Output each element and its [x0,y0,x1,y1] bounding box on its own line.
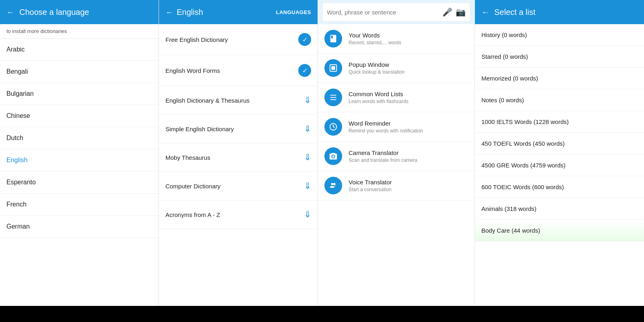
word-list-item[interactable]: Body Care (44 words) [475,220,644,242]
panel2-back-button[interactable]: ← [165,8,173,17]
popup-icon [324,59,342,77]
feature-list: Your WordsRecent, starred,... wordsPopup… [318,24,475,306]
dictionary-item[interactable]: Simple English Dictionary⇓ [159,115,318,143]
microphone-icon[interactable]: 🎤 [442,7,452,17]
camera-icon[interactable]: 📷 [456,7,466,17]
svg-point-7 [331,183,334,186]
dictionary-name: English Dictionary & Thesaurus [165,97,250,104]
language-item[interactable]: Esperanto [0,171,159,194]
dictionary-name: Moby Thesaurus [165,154,210,161]
language-item[interactable]: Dutch [0,127,159,149]
word-list-item[interactable]: 1000 IELTS Words (1228 words) [475,111,644,133]
dictionary-name: Computer Dictionary [165,183,221,190]
word-list-item[interactable]: 450 TOEFL Words (450 words) [475,133,644,155]
dictionary-name: Free English Dictionary [165,36,228,43]
installed-icon: ✓ [298,64,311,77]
language-item[interactable]: Arabic [0,39,159,61]
feature-title: Camera Translator [349,149,417,156]
feature-subtitle: Quick lookup & translation [349,69,405,75]
feature-item[interactable]: Common Word ListsLearn words with flashc… [318,83,475,112]
svg-point-8 [333,183,336,186]
panel4-back-button[interactable]: ← [481,8,489,17]
dictionary-name: English Word Forms [165,67,220,74]
language-item[interactable]: German [0,216,159,238]
feature-item[interactable]: Popup WindowQuick lookup & translation [318,54,475,83]
feature-title: Your Words [349,32,401,39]
dictionary-item[interactable]: English Word Forms✓ [159,55,318,86]
panel4-header: ← Select a list [475,0,644,24]
panel2-header: ← English LANGUAGES [159,0,318,24]
feature-item[interactable]: Voice TranslatorStart a conversation [318,171,475,200]
panel2-title: English [177,8,272,17]
dictionary-item[interactable]: Moby Thesaurus⇓ [159,143,318,172]
dictionary-name: Acronyms from A - Z [165,211,220,218]
word-list-item[interactable]: 4500 GRE Words (4759 words) [475,155,644,176]
panel3-header: 🎤 📷 [318,0,475,24]
feature-title: Common Word Lists [349,91,409,97]
feature-item[interactable]: Your WordsRecent, starred,... words [318,24,475,54]
word-list-item[interactable]: Starred (0 words) [475,46,644,68]
select-list-panel: ← Select a list History (0 words)Starred… [475,0,644,306]
svg-rect-1 [331,66,335,70]
feature-title: Voice Translator [349,179,392,186]
download-icon[interactable]: ⇓ [304,124,311,134]
language-list: ArabicBengaliBulgarianChineseDutchEnglis… [0,39,159,306]
word-list-item[interactable]: Animals (318 words) [475,198,644,220]
panel1-title: Choose a language [19,8,89,17]
dictionary-name: Simple English Dictionary [165,126,234,132]
dictionary-item[interactable]: Free English Dictionary✓ [159,24,318,55]
camera-icon [324,147,342,165]
feature-title: Popup Window [349,61,405,68]
language-item[interactable]: French [0,194,159,216]
voice-icon [324,177,342,194]
word-list-item[interactable]: Memorized (0 words) [475,68,644,89]
feature-item[interactable]: Camera TranslatorScan and translate from… [318,142,475,171]
search-input[interactable] [327,9,439,16]
search-features-panel: 🎤 📷 Your WordsRecent, starred,... wordsP… [318,0,475,306]
word-list: History (0 words)Starred (0 words)Memori… [475,24,644,306]
language-item[interactable]: English [0,149,159,171]
panel1-header: ← Choose a language [0,0,159,24]
svg-point-6 [332,155,334,158]
word-list-item[interactable]: 600 TOEIC Words (600 words) [475,176,644,198]
languages-button[interactable]: LANGUAGES [276,9,311,15]
feature-subtitle: Scan and translate from camera [349,157,417,163]
feature-subtitle: Start a conversation [349,187,392,192]
dictionary-item[interactable]: Acronyms from A - Z⇓ [159,200,318,229]
list-icon [324,89,342,106]
word-list-item[interactable]: Notes (0 words) [475,89,644,111]
feature-subtitle: Recent, starred,... words [349,40,401,45]
panel1-back-button[interactable]: ← [6,8,14,17]
bottom-bar [0,306,644,322]
download-icon[interactable]: ⇓ [304,209,311,220]
dictionary-item[interactable]: Computer Dictionary⇓ [159,172,318,200]
choose-language-panel: ← Choose a language to install more dict… [0,0,159,306]
word-list-item[interactable]: History (0 words) [475,24,644,46]
download-icon[interactable]: ⇓ [304,181,311,191]
feature-subtitle: Learn words with flashcards [349,99,409,104]
language-item[interactable]: Bulgarian [0,83,159,105]
feature-title: Word Reminder [349,120,423,127]
english-dictionaries-panel: ← English LANGUAGES Free English Diction… [159,0,318,306]
panel1-subtext: to install more dictionaries [0,24,159,39]
feature-subtitle: Remind you words with notification [349,128,423,134]
search-bar[interactable]: 🎤 📷 [323,3,470,21]
dictionary-list: Free English Dictionary✓English Word For… [159,24,318,306]
feature-item[interactable]: Word ReminderRemind you words with notif… [318,112,475,142]
language-item[interactable]: Chinese [0,105,159,127]
panel4-title: Select a list [494,8,535,17]
download-icon[interactable]: ⇓ [304,95,311,105]
language-item[interactable]: Bengali [0,61,159,83]
book-icon [324,30,342,47]
download-icon[interactable]: ⇓ [304,152,311,163]
installed-icon: ✓ [298,33,311,46]
clock-icon [324,118,342,136]
dictionary-item[interactable]: English Dictionary & Thesaurus⇓ [159,86,318,115]
